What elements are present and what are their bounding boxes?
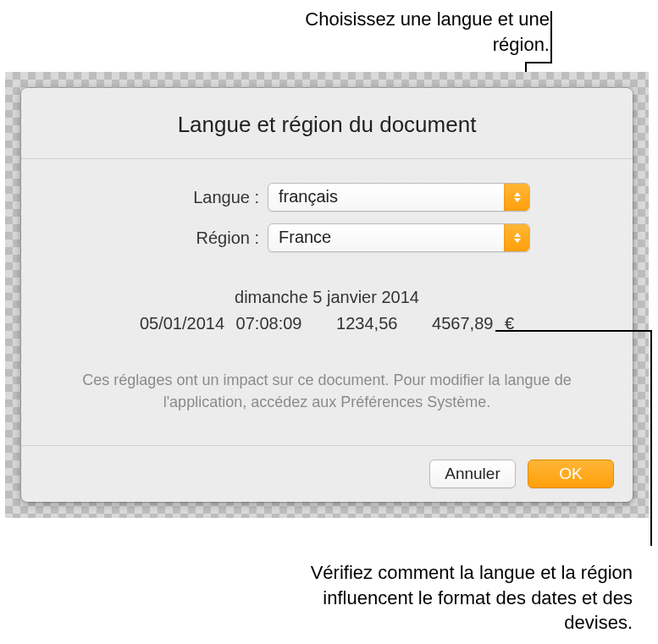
cancel-button[interactable]: Annuler xyxy=(429,460,516,488)
preview-short-datetime: 05/01/2014 07:08:09 xyxy=(140,314,302,333)
preview-long-date: dimanche 5 janvier 2014 xyxy=(38,284,616,311)
updown-icon xyxy=(504,224,529,251)
callout-top: Choisissez une langue et une région. xyxy=(253,7,550,57)
updown-icon xyxy=(504,184,529,211)
dialog-body: Langue : français Région : France xyxy=(21,159,633,445)
dialog-title: Langue et région du document xyxy=(21,88,633,159)
language-row: Langue : français xyxy=(38,183,616,212)
dialog-footer: Annuler OK xyxy=(21,445,633,502)
ok-button[interactable]: OK xyxy=(528,460,614,488)
format-preview: dimanche 5 janvier 2014 05/01/2014 07:08… xyxy=(38,284,616,337)
preview-number: 1234,56 xyxy=(336,314,397,333)
callout-leader xyxy=(550,11,552,63)
language-value: français xyxy=(279,187,338,206)
hint-text: Ces réglages ont un impact sur ce docume… xyxy=(38,369,616,413)
checkered-frame: Langue et région du document Langue : fr… xyxy=(5,72,649,518)
callout-bottom: Vérifiez comment la langue et la région … xyxy=(260,560,633,636)
callout-leader xyxy=(650,330,652,546)
region-row: Région : France xyxy=(38,223,616,252)
region-label: Région : xyxy=(124,228,259,248)
callout-leader xyxy=(525,62,552,63)
region-value: France xyxy=(279,228,331,246)
callout-leader xyxy=(495,330,652,332)
language-label: Langue : xyxy=(124,188,259,207)
region-dropdown[interactable]: France xyxy=(268,223,530,252)
dialog: Langue et région du document Langue : fr… xyxy=(21,88,633,502)
language-dropdown[interactable]: français xyxy=(268,183,530,212)
